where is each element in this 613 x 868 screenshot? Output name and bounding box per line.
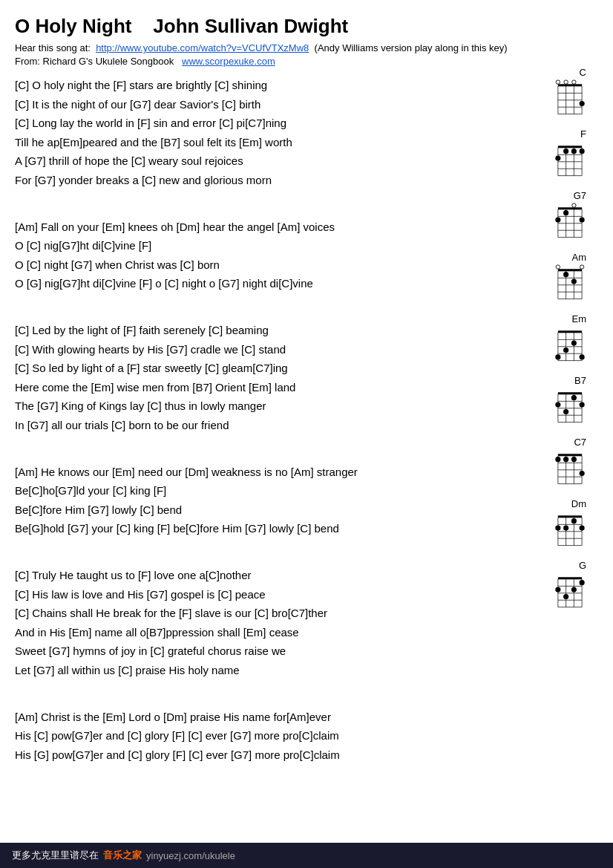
svg-point-27 xyxy=(580,149,585,154)
lyric-line: Till he ap[Em]peared and the [B7] soul f… xyxy=(15,133,524,152)
svg-point-24 xyxy=(555,156,560,161)
lyric-line: Let [G7] all within us [C] praise His ho… xyxy=(15,661,524,680)
chord-box-dm: Dm xyxy=(551,498,589,549)
svg-point-12 xyxy=(564,80,568,84)
lyric-line: Be[C]fore Him [G7] lowly [C] bend xyxy=(15,500,524,520)
svg-point-26 xyxy=(571,149,577,154)
svg-point-40 xyxy=(580,218,585,223)
svg-point-53 xyxy=(571,279,577,284)
lyric-line: [Am] Christ is the [Em] Lord o [Dm] prai… xyxy=(15,708,524,727)
lyric-line: [Am] Fall on your [Em] knees oh [Dm] hea… xyxy=(15,218,524,237)
svg-rect-84 xyxy=(558,454,582,456)
lyric-line xyxy=(15,189,524,209)
lyrics-section: [C] O holy night the [F] stars are brigh… xyxy=(15,76,524,764)
lyric-line: [C] Truly He taught us to [F] love one a… xyxy=(15,566,524,585)
chord-label-c: C xyxy=(580,67,589,78)
chord-box-f: F xyxy=(551,128,589,180)
chord-box-g7: G7 xyxy=(551,190,589,241)
lyric-line: The [G7] King of Kings lay [C] thus in l… xyxy=(15,397,524,416)
lyric-line: [C] Led by the light of [F] faith serene… xyxy=(15,321,524,340)
chord-box-em: Em xyxy=(551,313,589,365)
svg-point-97 xyxy=(580,471,585,476)
lyric-line: [C] It is the night of our [G7] dear Sav… xyxy=(15,95,524,114)
svg-point-38 xyxy=(555,218,560,223)
svg-point-125 xyxy=(580,580,585,585)
hear-line: Hear this song at: http://www.youtube.co… xyxy=(15,42,524,53)
chord-grid-b7 xyxy=(551,388,589,426)
svg-point-95 xyxy=(563,457,568,462)
svg-point-96 xyxy=(571,457,577,462)
chord-grid-g7 xyxy=(551,203,589,241)
chord-grid-f xyxy=(551,141,589,180)
chord-box-am: Am xyxy=(551,252,589,303)
svg-point-54 xyxy=(556,265,560,269)
svg-point-41 xyxy=(572,203,576,207)
lyric-line: Be[G]hold [G7] your [C] king [F] be[C]fo… xyxy=(15,519,524,538)
svg-point-13 xyxy=(572,80,576,84)
lyric-line: [Am] He knows our [Em] need our [Dm] wea… xyxy=(15,463,524,482)
lyric-line: O [C] night [G7] when Christ was [C] bor… xyxy=(15,255,524,275)
svg-rect-56 xyxy=(558,330,582,333)
lyric-line: Be[C]ho[G7]ld your [C] king [F] xyxy=(15,481,524,500)
svg-point-124 xyxy=(571,587,577,593)
svg-point-39 xyxy=(563,210,568,215)
chord-label-g7: G7 xyxy=(574,190,589,201)
footer-label: 更多尤克里里谱尽在 xyxy=(12,849,99,862)
svg-point-66 xyxy=(555,354,560,359)
lyric-line: His [C] pow[G7]er and [C] glory [F] [C] … xyxy=(15,726,524,745)
svg-point-94 xyxy=(555,457,560,462)
svg-point-10 xyxy=(580,101,585,106)
from-link[interactable]: www.scorpexuke.com xyxy=(182,56,275,67)
lyric-line xyxy=(15,434,524,454)
lyric-line: [C] So led by light of a [F] star sweetl… xyxy=(15,359,524,378)
lyric-line: [C] O holy night the [F] stars are brigh… xyxy=(15,76,524,95)
svg-rect-70 xyxy=(558,392,582,394)
chord-grid-c xyxy=(551,79,589,118)
chord-label-b7: B7 xyxy=(574,375,589,386)
svg-rect-28 xyxy=(558,207,582,209)
chord-label-am: Am xyxy=(572,252,590,263)
chord-grid-am xyxy=(551,264,589,303)
svg-point-52 xyxy=(563,272,568,277)
hear-link[interactable]: http://www.youtube.com/watch?v=VCUfVTXzM… xyxy=(96,42,309,53)
chord-grid-c7 xyxy=(551,449,589,488)
svg-point-111 xyxy=(580,526,585,531)
from-line: From: Richard G's Ukulele Songbook www.s… xyxy=(15,56,524,67)
lyric-line xyxy=(15,679,524,699)
lyric-line: [C] His law is love and His [G7] gospel … xyxy=(15,585,524,604)
chord-box-c7: C7 xyxy=(551,437,589,488)
lyric-line: Here come the [Em] wise men from [B7] Or… xyxy=(15,378,524,397)
chord-label-c7: C7 xyxy=(574,437,589,448)
lyric-line xyxy=(15,538,524,558)
lyric-line: In [G7] all our trials [C] born to be ou… xyxy=(15,416,524,435)
svg-point-68 xyxy=(571,341,577,346)
footer-bar: 更多尤克里里谱尽在 音乐之家 yinyuezj.com/ukulele xyxy=(0,843,613,868)
lyric-line: Sweet [G7] hymns of joy in [C] grateful … xyxy=(15,642,524,661)
svg-point-122 xyxy=(555,587,560,593)
chord-label-g: G xyxy=(579,560,589,571)
svg-point-11 xyxy=(556,80,560,84)
lyric-line xyxy=(15,293,524,313)
svg-point-69 xyxy=(580,354,585,359)
lyric-line: [C] Long lay the world in [F] sin and er… xyxy=(15,114,524,133)
lyric-line: O [C] nig[G7]ht di[C]vine [F] xyxy=(15,236,524,255)
svg-point-82 xyxy=(571,395,577,400)
lyric-line: [C] With glowing hearts by His [G7] crad… xyxy=(15,340,524,359)
footer-site: yinyuezj.com/ukulele xyxy=(146,850,235,861)
svg-rect-0 xyxy=(558,84,582,86)
svg-point-110 xyxy=(571,518,577,523)
lyric-line: A [G7] thrill of hope the [C] weary soul… xyxy=(15,151,524,171)
lyric-line: For [G7] yonder breaks a [C] new and glo… xyxy=(15,171,524,190)
page-title: O Holy Night John Sullivan Dwight xyxy=(15,15,524,38)
chord-grid-g xyxy=(551,572,589,611)
svg-point-67 xyxy=(563,347,568,353)
lyric-line: His [G] pow[G7]er and [C] glory [F] [C] … xyxy=(15,745,524,765)
chord-box-g: G xyxy=(551,560,589,611)
footer-music-home: 音乐之家 xyxy=(103,849,142,862)
svg-point-25 xyxy=(563,149,568,154)
svg-point-108 xyxy=(555,526,560,531)
svg-rect-112 xyxy=(558,577,582,579)
lyric-line: And in His [Em] name all o[B7]ppression … xyxy=(15,623,524,642)
chord-label-em: Em xyxy=(572,313,590,324)
svg-rect-98 xyxy=(558,515,582,518)
